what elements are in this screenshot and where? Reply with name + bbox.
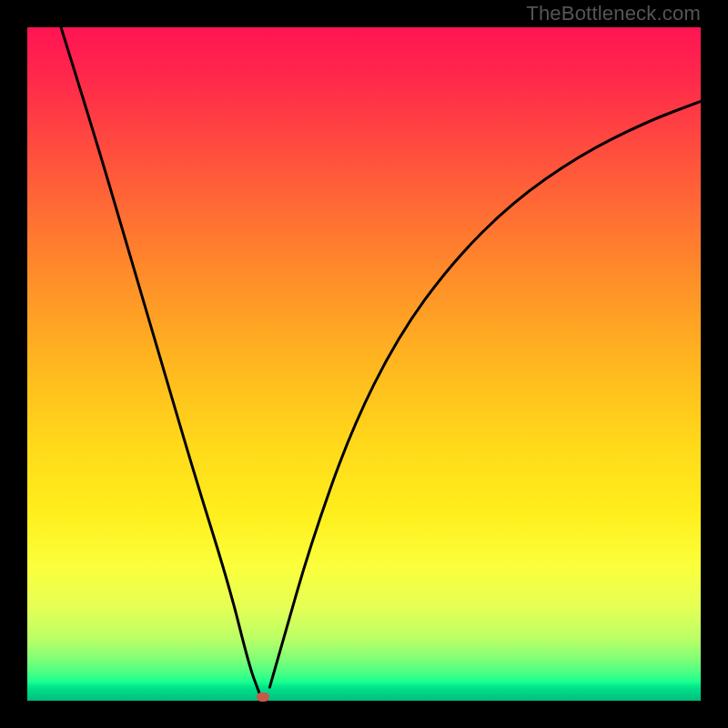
min-point-marker bbox=[257, 693, 269, 702]
bottleneck-curve bbox=[27, 27, 701, 701]
plot-area bbox=[27, 27, 701, 701]
watermark-text: TheBottleneck.com bbox=[526, 2, 701, 25]
chart-root: TheBottleneck.com bbox=[0, 0, 728, 728]
curve-path bbox=[61, 27, 701, 694]
